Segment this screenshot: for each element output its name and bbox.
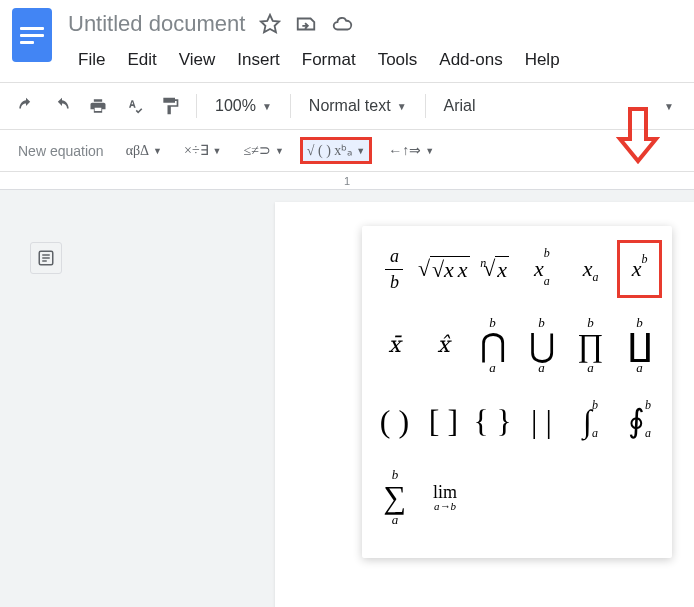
math-xhat[interactable]: x̂ bbox=[421, 316, 466, 374]
menu-format[interactable]: Format bbox=[292, 44, 366, 76]
math-parentheses[interactable]: ( ) bbox=[372, 392, 417, 450]
math-subscript[interactable]: xa bbox=[568, 240, 613, 298]
greek-letters-dropdown[interactable]: αβΔ▼ bbox=[120, 139, 168, 163]
math-product[interactable]: b∏a bbox=[568, 316, 613, 374]
math-operations-dropdown[interactable]: √ ( ) xᵇₐ▼ bbox=[300, 137, 372, 164]
main-toolbar: 100%▼ Normal text▼ Arial ▼ bbox=[0, 82, 694, 130]
annotation-arrow bbox=[614, 105, 662, 165]
menu-help[interactable]: Help bbox=[515, 44, 570, 76]
ruler: 1 bbox=[0, 172, 694, 190]
print-button[interactable] bbox=[84, 92, 112, 120]
math-sum[interactable]: b∑a bbox=[372, 468, 418, 526]
menu-view[interactable]: View bbox=[169, 44, 226, 76]
chevron-down-icon: ▼ bbox=[397, 101, 407, 112]
math-brackets[interactable]: [ ] bbox=[421, 392, 466, 450]
math-xbar[interactable]: x̄ bbox=[372, 316, 417, 374]
menu-file[interactable]: File bbox=[68, 44, 115, 76]
math-integral[interactable]: ∫ba bbox=[568, 392, 613, 450]
svg-marker-0 bbox=[261, 15, 279, 32]
math-nroot[interactable]: n√x bbox=[471, 240, 516, 298]
chevron-down-icon: ▼ bbox=[262, 101, 272, 112]
math-fraction[interactable]: ab bbox=[372, 240, 417, 298]
paint-format-button[interactable] bbox=[156, 92, 184, 120]
relations-dropdown[interactable]: ≤≠⊃▼ bbox=[238, 138, 290, 163]
math-sqrt[interactable]: √√xx bbox=[421, 240, 467, 298]
menu-tools[interactable]: Tools bbox=[368, 44, 428, 76]
menu-addons[interactable]: Add-ons bbox=[429, 44, 512, 76]
new-equation-button[interactable]: New equation bbox=[18, 143, 104, 159]
chevron-down-icon: ▼ bbox=[664, 101, 674, 112]
math-limit[interactable]: lima→b bbox=[422, 468, 468, 526]
math-coproduct[interactable]: b∐a bbox=[617, 316, 662, 374]
move-icon[interactable] bbox=[295, 13, 317, 35]
math-operations-panel: ab √√xx n√x xba xa xb x̄ x̂ b⋂a b⋃a b∏a … bbox=[362, 226, 672, 558]
outline-icon[interactable] bbox=[30, 242, 62, 274]
math-union[interactable]: b⋃a bbox=[519, 316, 564, 374]
math-intersection[interactable]: b⋂a bbox=[470, 316, 515, 374]
menu-edit[interactable]: Edit bbox=[117, 44, 166, 76]
cloud-icon[interactable] bbox=[331, 13, 353, 35]
math-superscript[interactable]: xb bbox=[617, 240, 662, 298]
star-icon[interactable] bbox=[259, 13, 281, 35]
document-title[interactable]: Untitled document bbox=[68, 11, 245, 37]
arrows-dropdown[interactable]: ←↑⇒▼ bbox=[382, 138, 440, 163]
math-braces[interactable]: { } bbox=[470, 392, 515, 450]
math-contour-integral[interactable]: ∮ba bbox=[617, 392, 662, 450]
zoom-dropdown[interactable]: 100%▼ bbox=[209, 93, 278, 119]
menubar: File Edit View Insert Format Tools Add-o… bbox=[68, 44, 682, 76]
style-dropdown[interactable]: Normal text▼ bbox=[303, 93, 413, 119]
menu-insert[interactable]: Insert bbox=[227, 44, 290, 76]
undo-button[interactable] bbox=[12, 92, 40, 120]
spellcheck-button[interactable] bbox=[120, 92, 148, 120]
docs-logo[interactable] bbox=[12, 8, 52, 62]
font-dropdown[interactable]: Arial bbox=[438, 93, 518, 119]
equation-toolbar: New equation αβΔ▼ ×÷∃▼ ≤≠⊃▼ √ ( ) xᵇₐ▼ ←… bbox=[0, 130, 694, 172]
operators-dropdown[interactable]: ×÷∃▼ bbox=[178, 138, 228, 163]
math-subsuperscript[interactable]: xba bbox=[520, 240, 565, 298]
math-absolute[interactable]: | | bbox=[519, 392, 564, 450]
redo-button[interactable] bbox=[48, 92, 76, 120]
